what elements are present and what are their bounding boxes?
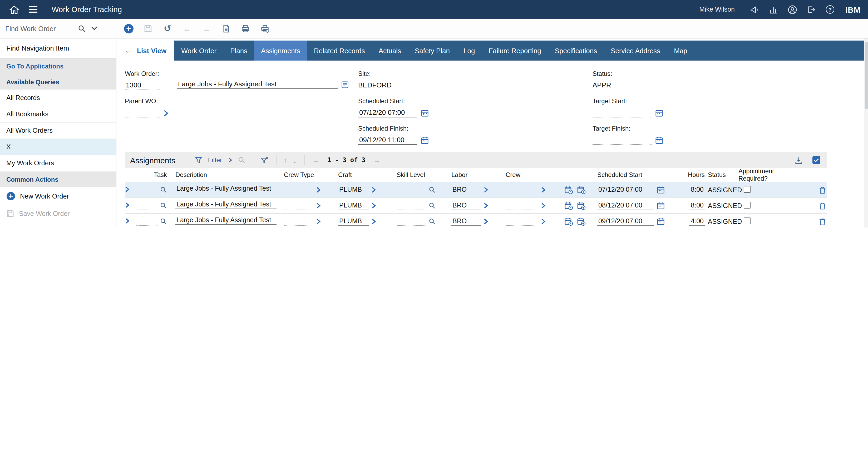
go-to-applications[interactable]: Go To Applications	[0, 59, 116, 74]
crew-type-field[interactable]	[284, 186, 313, 194]
tab-actuals[interactable]: Actuals	[372, 40, 408, 61]
search-rows-icon[interactable]	[238, 156, 245, 164]
tab-log[interactable]: Log	[457, 40, 482, 61]
craft-detail-icon[interactable]	[371, 219, 376, 224]
crew-field[interactable]	[506, 201, 538, 210]
delete-row-icon[interactable]	[819, 202, 826, 209]
labor-availability-icon[interactable]	[565, 186, 573, 194]
print-icon[interactable]	[240, 23, 251, 34]
labor-field[interactable]: BRO	[452, 201, 481, 210]
query-my-work-orders[interactable]: My Work Orders	[0, 155, 116, 172]
clear-changes-icon[interactable]: ↺	[162, 23, 173, 34]
tab-plans[interactable]: Plans	[223, 40, 254, 61]
previous-record-icon[interactable]: ←	[181, 23, 193, 34]
profile-icon[interactable]	[785, 3, 799, 16]
reschedule-assignment-icon[interactable]	[577, 186, 586, 194]
calendar-icon[interactable]	[655, 136, 663, 144]
find-work-order-input[interactable]	[5, 25, 73, 32]
skill-level-lookup-icon[interactable]	[429, 218, 436, 225]
query-all-work-orders[interactable]: All Work Orders	[0, 123, 116, 139]
filter-icon[interactable]	[195, 156, 202, 164]
task-field[interactable]	[136, 186, 157, 194]
parent-wo-detail-icon[interactable]	[163, 110, 168, 116]
crew-detail-icon[interactable]	[541, 203, 546, 208]
crew-type-detail-icon[interactable]	[316, 187, 321, 193]
tab-specifications[interactable]: Specifications	[548, 40, 604, 61]
craft-detail-icon[interactable]	[371, 203, 376, 208]
skill-level-field[interactable]	[397, 186, 426, 194]
help-icon[interactable]: ?	[823, 3, 837, 16]
hours-field[interactable]: 4:00	[689, 217, 705, 226]
tab-safety-plan[interactable]: Safety Plan	[408, 40, 457, 61]
craft-field[interactable]: PLUMB	[338, 217, 369, 226]
save-record-icon[interactable]	[142, 23, 154, 34]
crew-field[interactable]	[506, 217, 538, 226]
filter-expand-icon[interactable]	[228, 158, 232, 163]
skill-level-lookup-icon[interactable]	[429, 187, 436, 193]
expand-row-icon[interactable]	[125, 218, 130, 224]
crew-field[interactable]	[506, 186, 538, 194]
crew-detail-icon[interactable]	[541, 187, 546, 193]
description-field[interactable]: Large Jobs - Fully Assigned Test	[176, 217, 277, 225]
expand-row-icon[interactable]	[125, 202, 130, 208]
menu-icon[interactable]	[26, 3, 40, 16]
back-to-list-view[interactable]: ← List View	[116, 40, 174, 61]
report-icon[interactable]	[220, 23, 232, 34]
task-field[interactable]	[136, 217, 157, 226]
labor-field[interactable]: BRO	[452, 217, 481, 226]
skill-level-lookup-icon[interactable]	[429, 202, 436, 209]
scheduled-start-field[interactable]: 07/12/20 07:00	[358, 108, 417, 118]
action-save-work-order[interactable]: Save Work Order	[0, 205, 116, 222]
target-start-field[interactable]	[592, 108, 652, 118]
description-field[interactable]: Large Jobs - Fully Assigned Test	[176, 201, 277, 209]
next-record-icon[interactable]: →	[201, 23, 212, 34]
tab-work-order[interactable]: Work Order	[174, 40, 223, 61]
skill-level-field[interactable]	[397, 217, 426, 226]
work-order-field[interactable]: 1300	[125, 81, 160, 90]
action-clear-changes[interactable]: ↺ Clear Changes	[0, 222, 116, 228]
sign-out-icon[interactable]	[804, 3, 818, 16]
appointment-required-checkbox[interactable]	[744, 201, 750, 208]
move-row-up-icon[interactable]: ↑	[284, 156, 287, 164]
calendar-icon[interactable]	[657, 218, 665, 225]
calendar-icon[interactable]	[421, 136, 429, 144]
select-rows-icon[interactable]	[812, 156, 820, 164]
search-icon[interactable]	[78, 25, 86, 32]
scheduled-start-field[interactable]: 08/12/20 07:00	[597, 201, 654, 210]
calendar-icon[interactable]	[655, 109, 663, 117]
tab-failure-reporting[interactable]: Failure Reporting	[482, 40, 548, 61]
crew-type-detail-icon[interactable]	[316, 219, 321, 224]
description-field[interactable]: Large Jobs - Fully Assigned Test	[176, 185, 277, 193]
parent-wo-field[interactable]	[125, 108, 160, 118]
tab-service-address[interactable]: Service Address	[604, 40, 667, 61]
target-finish-field[interactable]	[592, 136, 652, 145]
tab-map[interactable]: Map	[667, 40, 694, 61]
long-description-icon[interactable]	[341, 81, 349, 88]
new-record-icon[interactable]	[123, 23, 134, 34]
find-navigation-item[interactable]: Find Navigation Item	[0, 38, 116, 59]
appointment-required-checkbox[interactable]	[744, 186, 750, 193]
calendar-icon[interactable]	[657, 186, 665, 194]
labor-detail-icon[interactable]	[484, 203, 488, 208]
delete-row-icon[interactable]	[819, 218, 826, 225]
announcement-icon[interactable]	[747, 3, 761, 16]
craft-field[interactable]: PLUMB	[338, 186, 369, 194]
craft-field[interactable]: PLUMB	[338, 201, 369, 210]
labor-detail-icon[interactable]	[484, 187, 488, 193]
labor-availability-icon[interactable]	[565, 217, 573, 226]
task-lookup-icon[interactable]	[160, 202, 167, 209]
labor-detail-icon[interactable]	[484, 219, 488, 224]
delete-row-icon[interactable]	[819, 186, 826, 194]
previous-page-icon[interactable]: ←	[312, 156, 319, 164]
task-lookup-icon[interactable]	[160, 187, 167, 193]
tab-assignments[interactable]: Assignments	[254, 40, 307, 61]
print-preview-icon[interactable]	[259, 23, 271, 34]
expand-row-icon[interactable]	[125, 186, 130, 192]
crew-type-detail-icon[interactable]	[316, 203, 321, 208]
home-icon[interactable]	[7, 3, 21, 16]
crew-type-field[interactable]	[284, 217, 313, 226]
user-name[interactable]: Mike Wilson	[699, 6, 735, 13]
craft-detail-icon[interactable]	[371, 187, 376, 193]
skill-level-field[interactable]	[397, 201, 426, 210]
reports-icon[interactable]	[766, 3, 780, 16]
